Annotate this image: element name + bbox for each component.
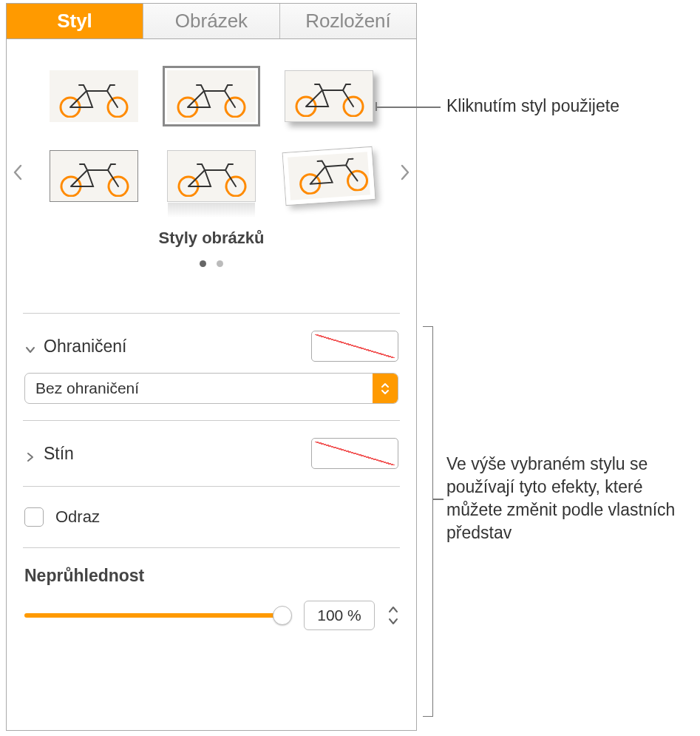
bike-icon	[172, 160, 252, 197]
border-section: Ohraničení Bez ohraničení	[7, 314, 416, 420]
tab-style[interactable]: Styl	[7, 4, 143, 38]
tab-layout[interactable]: Rozložení	[280, 4, 416, 38]
stepper-up-icon[interactable]	[388, 604, 398, 615]
border-style-swatch[interactable]	[311, 331, 398, 362]
page-dot-2[interactable]	[217, 260, 223, 267]
styles-grid	[14, 67, 409, 205]
chevron-down-icon	[24, 344, 36, 356]
page-dot-1[interactable]	[200, 260, 206, 267]
callout-apply-style: Kliknutím styl použijete	[446, 95, 619, 118]
style-thumb-6[interactable]	[278, 147, 379, 205]
shadow-label: Stín	[44, 444, 74, 464]
shadow-section: Stín	[7, 421, 416, 486]
style-thumb-1[interactable]	[44, 67, 145, 125]
shadow-disclosure[interactable]	[24, 448, 36, 459]
opacity-section: Neprůhlednost 100 %	[7, 548, 416, 630]
chevron-right-icon	[24, 451, 36, 463]
slider-track	[24, 613, 290, 618]
opacity-slider[interactable]	[24, 607, 290, 624]
styles-title: Styly obrázků	[14, 229, 409, 248]
callout-text: Ve výše vybraném stylu se používají tyto…	[446, 454, 675, 542]
style-thumb-4[interactable]	[44, 147, 145, 205]
bike-icon	[55, 160, 135, 197]
stepper-down-icon[interactable]	[388, 615, 398, 627]
styles-next-button[interactable]	[395, 158, 415, 190]
callout-text: Kliknutím styl použijete	[446, 96, 619, 115]
opacity-label: Neprůhlednost	[24, 566, 398, 586]
bike-icon	[290, 80, 370, 117]
tab-image[interactable]: Obrázek	[143, 4, 280, 38]
border-type-value: Bez ohraničení	[35, 379, 139, 397]
shadow-style-swatch[interactable]	[311, 438, 398, 469]
chevron-right-icon	[400, 164, 410, 180]
image-styles-area: Styly obrázků	[7, 39, 416, 313]
border-label: Ohraničení	[44, 337, 127, 357]
styles-prev-button[interactable]	[8, 158, 27, 190]
tabbar: Styl Obrázek Rozložení	[7, 4, 416, 39]
bike-icon	[54, 81, 134, 118]
style-thumb-2[interactable]	[161, 67, 262, 125]
callout-bracket	[423, 326, 433, 717]
slider-knob[interactable]	[273, 606, 292, 625]
reflection-checkbox[interactable]	[24, 507, 44, 527]
opacity-value-field[interactable]: 100 %	[304, 601, 375, 630]
opacity-stepper[interactable]	[388, 604, 398, 627]
reflection-label: Odraz	[55, 507, 100, 527]
format-panel: Styl Obrázek Rozložení Styly obrázků	[6, 3, 417, 731]
style-thumb-3[interactable]	[278, 67, 379, 125]
chevron-left-icon	[13, 164, 23, 180]
callout-effects: Ve výše vybraném stylu se používají tyto…	[446, 453, 690, 544]
border-disclosure[interactable]	[24, 340, 36, 352]
reflection-section: Odraz	[7, 487, 416, 547]
bike-icon	[171, 81, 251, 118]
border-type-dropdown[interactable]: Bez ohraničení	[24, 373, 398, 404]
style-thumb-5[interactable]	[161, 147, 262, 205]
dropdown-caret-icon	[373, 374, 398, 403]
styles-page-dots[interactable]	[14, 252, 409, 271]
bike-icon	[292, 153, 374, 195]
